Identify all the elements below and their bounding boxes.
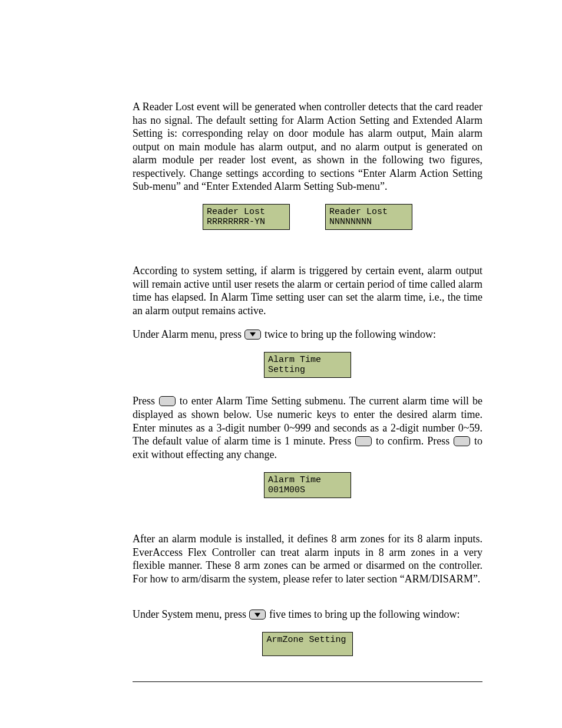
paragraph-alarm-menu-press: Under Alarm menu, press twice to bring u…: [133, 328, 482, 341]
paragraph-alarm-time-detail: Press to enter Alarm Time Setting submen…: [133, 394, 482, 461]
blank-key-icon: [454, 436, 470, 446]
lcd-line: NNNNNNNN: [329, 217, 372, 227]
lcd-line: ArmZone Setting: [266, 635, 346, 645]
paragraph-reader-lost: A Reader Lost event will be generated wh…: [133, 100, 482, 193]
lcd-reader-lost-2: Reader Lost NNNNNNNN: [325, 204, 412, 230]
lcd-line: Reader Lost: [329, 207, 388, 217]
lcd-armzone-setting: ArmZone Setting: [262, 632, 352, 656]
lcd-alarm-time-value: Alarm Time 001M00S: [264, 472, 351, 499]
lcd-line: Reader Lost: [207, 207, 265, 217]
paragraph-alarm-time-intro: According to system setting, if alarm is…: [133, 264, 482, 317]
footer-rule: [133, 681, 482, 682]
paragraph-arm-zones: After an alarm module is installed, it d…: [133, 532, 482, 585]
text: five times to bring up the following win…: [266, 608, 459, 620]
lcd-line: Alarm Time: [268, 475, 321, 485]
lcd-line: Alarm Time: [268, 355, 321, 365]
paragraph-system-menu-press: Under System menu, press five times to b…: [133, 608, 482, 621]
lcd-reader-lost-1: Reader Lost RRRRRRRR-YN: [203, 204, 290, 230]
blank-key-icon: [355, 436, 372, 446]
blank-key-icon: [159, 396, 176, 406]
text: twice to bring up the following window:: [262, 328, 435, 340]
page: A Reader Lost event will be generated wh…: [0, 0, 562, 728]
text: Under Alarm menu, press: [133, 328, 244, 340]
lcd-line: 001M00S: [268, 485, 305, 495]
lcd-row-armzone: ArmZone Setting: [133, 632, 482, 656]
lcd-alarm-time-setting: Alarm Time Setting: [264, 352, 351, 378]
text: Press: [133, 395, 158, 407]
down-key-icon: [249, 610, 266, 620]
text: to confirm. Press: [372, 435, 453, 447]
text: Under System menu, press: [133, 608, 249, 620]
lcd-line: Setting: [268, 365, 305, 375]
down-key-icon: [244, 330, 261, 340]
lcd-line: RRRRRRRR-YN: [207, 217, 265, 227]
lcd-row-reader-lost: Reader Lost RRRRRRRR-YN Reader Lost NNNN…: [133, 204, 482, 230]
lcd-row-alarm-time-setting: Alarm Time Setting: [133, 352, 482, 378]
lcd-row-alarm-time-value: Alarm Time 001M00S: [133, 472, 482, 499]
